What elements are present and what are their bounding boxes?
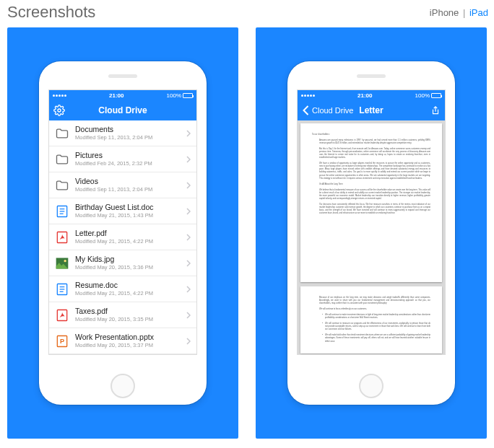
file-row[interactable]: Taxes.pdfModified May 20, 2015, 3:35 PM — [49, 302, 196, 328]
chevron-right-icon — [186, 205, 191, 218]
file-meta: Modified May 20, 2015, 3:35 PM — [75, 316, 181, 322]
screenshot-tile-filelist: 21:00 100% Cloud Drive DocumentsModified… — [7, 27, 238, 439]
file-row[interactable]: DocumentsModified Sep 11, 2013, 2:04 PM — [49, 120, 196, 146]
file-row[interactable]: Resume.docModified May 21, 2015, 4:22 PM — [49, 276, 196, 302]
battery-icon — [183, 93, 193, 98]
file-meta: Modified May 21, 2015, 4:22 PM — [75, 238, 181, 245]
signal-dots-icon — [301, 95, 315, 97]
file-row[interactable]: Birthday Guest List.docModified May 21, … — [49, 198, 196, 224]
svg-point-0 — [58, 109, 61, 112]
tab-separator: | — [463, 7, 465, 18]
file-row[interactable]: PWork Presentation.pptxModified May 20, … — [49, 328, 196, 354]
folder-icon — [55, 126, 69, 141]
file-meta: Modified May 21, 2015, 4:22 PM — [75, 290, 181, 297]
chevron-right-icon — [186, 153, 191, 166]
file-row[interactable]: My Kids.jpgModified May 20, 2015, 3:36 P… — [49, 250, 196, 276]
file-name: Taxes.pdf — [75, 307, 181, 316]
nav-bar: Cloud Drive — [49, 100, 196, 120]
back-label: Cloud Drive — [312, 106, 353, 115]
battery-icon — [431, 93, 441, 98]
file-name: Documents — [75, 126, 181, 134]
file-meta: Modified May 20, 2015, 3:37 PM — [75, 342, 181, 348]
file-row[interactable]: Letter.pdfModified May 21, 2015, 4:22 PM — [49, 224, 196, 250]
status-bar: 21:00 100% — [49, 90, 196, 100]
status-time: 21:00 — [315, 92, 415, 99]
chevron-right-icon — [186, 335, 191, 348]
document-viewer[interactable]: To our shareholders:Amazon.com passed ma… — [298, 120, 445, 354]
share-button[interactable] — [426, 100, 445, 120]
phone-mockup: 21:00 100% Cloud Drive Letter — [287, 61, 455, 405]
pdf-icon — [55, 230, 69, 245]
file-meta: Modified May 20, 2015, 3:36 PM — [75, 264, 181, 271]
chevron-right-icon — [186, 231, 191, 244]
chevron-right-icon — [186, 179, 191, 192]
status-battery-pct: 100% — [167, 92, 181, 99]
doc-icon — [55, 282, 69, 297]
home-button-icon — [359, 374, 384, 398]
svg-text:P: P — [60, 338, 64, 345]
nav-title: Cloud Drive — [98, 105, 147, 115]
chevron-right-icon — [186, 309, 191, 322]
svg-point-7 — [64, 260, 66, 262]
nav-bar: Cloud Drive Letter — [298, 100, 445, 120]
file-name: Pictures — [75, 151, 181, 160]
document-page: To our shareholders:Amazon.com passed ma… — [300, 123, 442, 282]
gear-icon — [53, 105, 65, 116]
file-name: Resume.doc — [75, 281, 181, 290]
file-list[interactable]: DocumentsModified Sep 11, 2013, 2:04 PMP… — [49, 120, 196, 354]
file-meta: Modified Sep 11, 2013, 2:04 PM — [75, 186, 181, 193]
chevron-right-icon — [186, 127, 191, 140]
screenshot-tile-document: 21:00 100% Cloud Drive Letter — [256, 27, 487, 439]
phone-mockup: 21:00 100% Cloud Drive DocumentsModified… — [39, 61, 207, 405]
file-meta: Modified Feb 24, 2015, 2:32 PM — [75, 160, 181, 167]
folder-icon — [55, 152, 69, 167]
file-name: Letter.pdf — [75, 229, 181, 238]
photo-icon — [55, 256, 69, 271]
signal-dots-icon — [53, 95, 66, 97]
file-name: Birthday Guest List.doc — [75, 203, 181, 212]
document-page: Because of our emphasis on the long term… — [300, 286, 442, 353]
chevron-right-icon — [186, 283, 191, 296]
file-name: Videos — [75, 177, 181, 186]
status-battery-pct: 100% — [415, 92, 430, 99]
nav-title: Letter — [359, 105, 383, 115]
file-row[interactable]: PicturesModified Feb 24, 2015, 2:32 PM — [49, 146, 196, 172]
chevron-left-icon — [302, 105, 310, 115]
pdf-icon — [55, 308, 69, 322]
share-icon — [430, 105, 441, 116]
back-button[interactable]: Cloud Drive — [298, 100, 358, 120]
settings-button[interactable] — [49, 100, 69, 120]
file-name: My Kids.jpg — [75, 255, 181, 264]
file-row[interactable]: VideosModified Sep 11, 2013, 2:04 PM — [49, 172, 196, 198]
device-tabs: iPhone | iPad — [430, 7, 488, 18]
status-bar: 21:00 100% — [298, 90, 445, 100]
home-button-icon — [110, 374, 135, 398]
ppt-icon: P — [55, 334, 69, 348]
chevron-right-icon — [186, 257, 191, 270]
file-meta: Modified Sep 11, 2013, 2:04 PM — [75, 134, 181, 141]
file-meta: Modified May 21, 2015, 1:43 PM — [75, 212, 181, 219]
tab-ipad[interactable]: iPad — [469, 7, 488, 18]
doc-icon — [55, 204, 69, 219]
section-title: Screenshots — [7, 3, 95, 22]
status-time: 21:00 — [66, 92, 167, 99]
file-name: Work Presentation.pptx — [75, 333, 181, 342]
tab-iphone[interactable]: iPhone — [430, 7, 459, 18]
folder-icon — [55, 178, 69, 193]
